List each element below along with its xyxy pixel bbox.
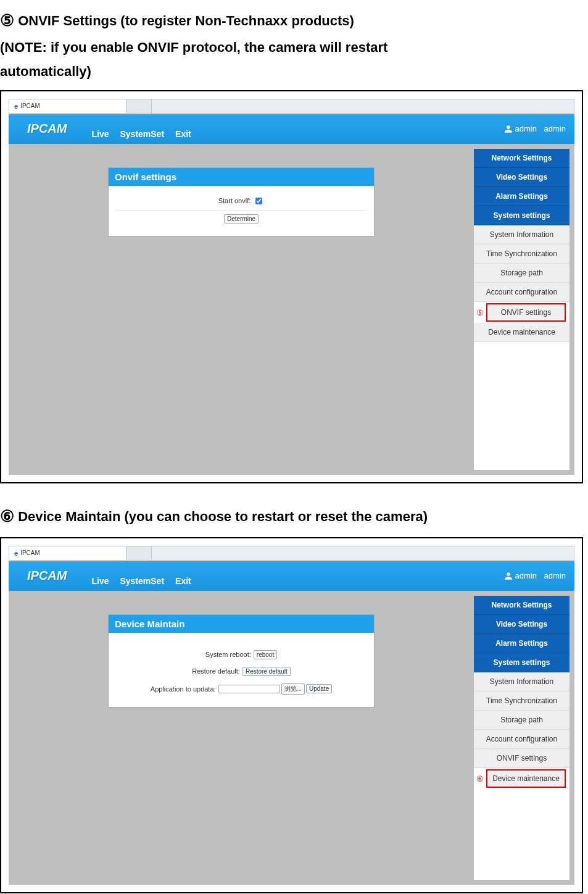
nav-systemset[interactable]: SystemSet: [120, 129, 164, 139]
app-logo: IPCAM: [27, 569, 67, 583]
user-name: admin: [544, 124, 566, 133]
user-role: admin: [515, 124, 537, 133]
start-onvif-label: Start onvif:: [218, 197, 251, 204]
sidebar-item-onvif-label: ONVIF settings: [501, 308, 551, 317]
section-6-heading: ⑥ Device Maintain (you can choose to res…: [0, 502, 583, 531]
settings-sidebar: Network Settings Video Settings Alarm Se…: [474, 149, 569, 470]
sidebar-item-timesync[interactable]: Time Synchronization: [474, 691, 569, 711]
section-5-heading: ⑤ ONVIF Settings (to register Non-Techna…: [0, 6, 583, 84]
nav-systemset[interactable]: SystemSet: [120, 576, 164, 586]
heading-6-text: Device Maintain (you can choose to resta…: [18, 509, 428, 524]
sidebar-group-network[interactable]: Network Settings: [474, 596, 569, 615]
browser-tabstrip: e IPCAM: [9, 546, 574, 561]
sidebar-item-account[interactable]: Account configuration: [474, 283, 569, 302]
maintain-panel: Device Maintain System reboot: reboot Re…: [108, 614, 375, 708]
app-topbar: IPCAM Live SystemSet Exit admin admin: [9, 561, 574, 591]
user-info: admin admin: [504, 571, 566, 580]
sidebar-group-video[interactable]: Video Settings: [474, 168, 569, 187]
sidebar-group-network[interactable]: Network Settings: [474, 149, 569, 168]
onvif-panel: Onvif settings Start onvif: Determine: [108, 167, 375, 236]
restore-button[interactable]: Restore default: [242, 667, 291, 676]
sidebar-item-storage[interactable]: Storage path: [474, 711, 569, 730]
nav-exit[interactable]: Exit: [175, 129, 191, 139]
tab-title: IPCAM: [20, 102, 40, 109]
circled-6-marker: ⑥: [0, 507, 14, 525]
browser-tab[interactable]: e IPCAM: [9, 99, 126, 113]
sidebar-group-video[interactable]: Video Settings: [474, 615, 569, 634]
sidebar-item-account[interactable]: Account configuration: [474, 730, 569, 749]
sidebar-item-onvif[interactable]: ⑤ ONVIF settings: [486, 303, 566, 322]
sidebar-item-onvif[interactable]: ONVIF settings: [474, 749, 569, 768]
sidebar-item-sysinfo[interactable]: System Information: [474, 672, 569, 691]
reboot-button[interactable]: reboot: [254, 650, 277, 659]
user-icon: [504, 125, 513, 133]
browser-tab[interactable]: e IPCAM: [9, 546, 126, 560]
app-logo: IPCAM: [27, 122, 67, 136]
sidebar-item-maintenance[interactable]: ⑥ Device maintenance: [486, 769, 566, 788]
sidebar-item-storage[interactable]: Storage path: [474, 264, 569, 283]
determine-button[interactable]: Determine: [224, 214, 259, 224]
user-info: admin admin: [504, 124, 566, 133]
ie-icon: e: [14, 549, 18, 557]
heading-5-text: ONVIF Settings (to register Non-Technaxx…: [18, 13, 354, 28]
panel-title: Device Maintain: [109, 615, 374, 633]
user-name: admin: [544, 571, 566, 580]
nav-live[interactable]: Live: [91, 129, 109, 139]
sidebar-item-timesync[interactable]: Time Synchronization: [474, 244, 569, 264]
update-label: Application to updata:: [151, 685, 216, 693]
sidebar-item-sysinfo[interactable]: System Information: [474, 225, 569, 244]
restore-label: Restore default:: [192, 667, 240, 675]
heading-5-note2: automatically): [0, 64, 91, 79]
tab-title: IPCAM: [20, 549, 40, 556]
sidebar-group-system[interactable]: System settings: [474, 653, 569, 672]
browser-tabstrip: e IPCAM: [9, 99, 574, 114]
nav-exit[interactable]: Exit: [175, 576, 191, 586]
settings-sidebar: Network Settings Video Settings Alarm Se…: [474, 596, 569, 880]
update-path-input[interactable]: [218, 685, 280, 693]
sidebar-group-alarm[interactable]: Alarm Settings: [474, 187, 569, 206]
sidebar-marker-5: ⑤: [476, 307, 484, 317]
screenshot-maintain: e IPCAM IPCAM Live SystemSet Exit: [0, 537, 583, 893]
user-role: admin: [515, 571, 537, 580]
panel-title: Onvif settings: [109, 168, 374, 186]
sidebar-marker-6: ⑥: [476, 774, 484, 783]
user-icon: [504, 572, 513, 580]
ie-icon: e: [14, 102, 18, 110]
circled-5-marker: ⑤: [0, 11, 14, 30]
heading-5-note1: (NOTE: if you enable ONVIF protocol, the…: [0, 40, 387, 55]
sidebar-item-maintenance-label: Device maintenance: [492, 774, 560, 783]
update-button[interactable]: Update: [306, 684, 332, 693]
browser-newtab[interactable]: [126, 546, 152, 560]
sidebar-group-alarm[interactable]: Alarm Settings: [474, 634, 569, 653]
browser-newtab[interactable]: [126, 99, 152, 113]
nav-live[interactable]: Live: [91, 576, 109, 586]
sidebar-item-maintenance[interactable]: Device maintenance: [474, 323, 569, 342]
app-topbar: IPCAM Live SystemSet Exit admin admin: [9, 114, 574, 144]
start-onvif-checkbox[interactable]: [255, 198, 262, 204]
sidebar-group-system[interactable]: System settings: [474, 206, 569, 225]
reboot-label: System reboot:: [205, 651, 251, 658]
screenshot-onvif: e IPCAM IPCAM Live SystemSet Exit: [0, 90, 583, 483]
browse-button[interactable]: 浏览...: [281, 683, 305, 695]
